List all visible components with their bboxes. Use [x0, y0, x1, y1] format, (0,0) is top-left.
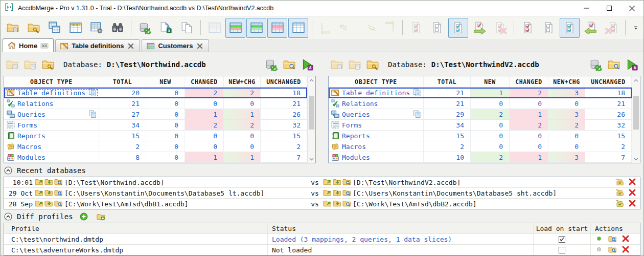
vertical-scrollbar[interactable]: [632, 76, 640, 163]
scroll-down-arrow[interactable]: [632, 155, 640, 163]
delete-profile-icon[interactable]: [622, 245, 630, 255]
check-all-left-button[interactable]: [448, 18, 468, 38]
open-with-password-button[interactable]: [24, 18, 43, 38]
uncheck-all-right-button[interactable]: [539, 18, 559, 38]
compare-pair-icon[interactable]: [615, 199, 624, 209]
close-all-tabs-icon[interactable]: [40, 41, 49, 50]
copy-to-clipboard-icon[interactable]: [88, 110, 97, 118]
row-relations[interactable]: Relations2100021: [329, 98, 632, 109]
export-to-excel-button[interactable]: X: [156, 18, 176, 38]
filter-new-and-changed-button[interactable]: [225, 18, 245, 38]
refresh-databases-button[interactable]: [135, 18, 155, 38]
row-reports[interactable]: Reports1500015: [4, 131, 307, 141]
tab-table-definitions[interactable]: Table definitions: [55, 39, 140, 52]
open-right-database-icon[interactable]: [323, 199, 331, 209]
close-button[interactable]: [620, 1, 643, 16]
data-options-button[interactable]: [86, 18, 106, 38]
scroll-down-arrow[interactable]: [308, 155, 315, 163]
apply-left-to-right-button[interactable]: [469, 18, 489, 38]
profiles-collapse-button[interactable]: [4, 212, 12, 221]
copy-to-clipboard-icon[interactable]: [413, 110, 421, 118]
browse-left-database-icon[interactable]: [54, 199, 62, 209]
search-button[interactable]: [107, 18, 127, 38]
uncheck-all-left-button[interactable]: [427, 18, 447, 38]
browse-right-database-icon[interactable]: [342, 188, 351, 198]
load-left-database-icon[interactable]: [44, 199, 53, 209]
recent-left-path[interactable]: [D:\Test\Northwind.accdb]: [64, 179, 307, 186]
open-in-access-button[interactable]: A: [300, 57, 315, 72]
scroll-up-arrow[interactable]: [632, 76, 640, 84]
row-queries[interactable]: Queries2921326: [329, 109, 632, 120]
browse-database-button[interactable]: [40, 57, 56, 72]
tab-customers[interactable]: Customers: [142, 39, 209, 52]
maximize-button[interactable]: [597, 1, 620, 16]
open-left-database-icon[interactable]: [35, 188, 43, 198]
open-right-database-icon[interactable]: [323, 188, 331, 198]
row-modules[interactable]: Modules80117: [4, 152, 307, 163]
delete-recent-icon[interactable]: [628, 188, 636, 198]
browse-database-button[interactable]: [365, 57, 380, 72]
scrollbar-thumb[interactable]: [633, 96, 639, 130]
row-reports[interactable]: Reports1500015: [329, 131, 632, 141]
open-left-database-icon[interactable]: [35, 178, 43, 187]
filter-changed-button[interactable]: [267, 18, 287, 38]
browse-profile-icon[interactable]: [608, 245, 616, 255]
row-relations[interactable]: Relations2100021: [4, 98, 307, 109]
vertical-scrollbar[interactable]: [307, 76, 315, 163]
recent-right-path[interactable]: [D:\Test\NorthwindV2.accdb]: [353, 179, 613, 186]
toolbar-overflow-button[interactable]: [630, 18, 641, 38]
tab-close-icon[interactable]: [196, 42, 204, 50]
recent-right-path[interactable]: [C:\Work\Test\AmTsd\dbB2.accdb]: [353, 200, 613, 208]
load-right-database-icon[interactable]: [333, 199, 341, 209]
marked-items-right-button[interactable]: [518, 18, 538, 38]
check-all-right-button[interactable]: [560, 18, 580, 38]
scroll-up-arrow[interactable]: [308, 76, 315, 84]
open-profile-button[interactable]: [97, 212, 105, 221]
tab-close-icon[interactable]: [127, 42, 135, 50]
row-forms[interactable]: Forms3402232: [329, 120, 632, 131]
compare-pair-icon[interactable]: [615, 188, 624, 198]
recent-right-path[interactable]: [C:\Users\Konstantin\Documents\Database5…: [353, 189, 613, 197]
browse-right-database-icon[interactable]: [342, 199, 351, 209]
recent-left-path[interactable]: [C:\Work\Test\AmTsd\dbB1.accdb]: [64, 200, 307, 208]
row-forms[interactable]: Forms3402232: [4, 120, 307, 131]
recent-left-path[interactable]: [C:\Users\Konstantin\Documents\Database5…: [64, 189, 307, 197]
row-macros[interactable]: Macros20002: [4, 141, 307, 152]
tab-home[interactable]: Home: [3, 38, 54, 52]
load-right-database-icon[interactable]: [333, 188, 341, 198]
add-profile-button[interactable]: [80, 212, 88, 221]
copy-to-clipboard-icon[interactable]: [88, 89, 97, 97]
show-in-explorer-button[interactable]: [606, 57, 622, 72]
open-in-access-button[interactable]: A: [624, 57, 639, 72]
delete-profile-icon[interactable]: [622, 234, 630, 244]
row-queries[interactable]: Queries2701126: [4, 109, 307, 120]
load-left-database-icon[interactable]: [44, 178, 53, 187]
browse-right-database-icon[interactable]: [342, 178, 351, 187]
copy-button[interactable]: [177, 18, 197, 38]
row-modules[interactable]: Modules102137: [329, 152, 632, 163]
delete-recent-icon[interactable]: [628, 199, 636, 209]
load-left-database-icon[interactable]: [44, 188, 53, 198]
row-macros[interactable]: Macros20002: [329, 141, 632, 152]
apply-right-to-left-button[interactable]: [581, 18, 601, 38]
open-database-button[interactable]: [3, 18, 22, 38]
open-right-database-icon[interactable]: [323, 178, 331, 187]
load-on-start-checkbox[interactable]: [559, 247, 565, 253]
compare-pair-icon[interactable]: [615, 178, 624, 187]
browse-left-database-icon[interactable]: [54, 188, 62, 198]
row-table-definitions[interactable]: Table definitions2112318: [329, 88, 632, 98]
filter-unchanged-button[interactable]: [288, 18, 308, 38]
recent-collapse-button[interactable]: [4, 166, 12, 175]
browse-profile-icon[interactable]: [608, 234, 616, 244]
delete-recent-icon[interactable]: [628, 178, 636, 187]
copy-to-clipboard-icon[interactable]: [413, 89, 421, 97]
table-definitions-button[interactable]: [44, 18, 64, 38]
reload-database-button[interactable]: [264, 57, 279, 72]
reload-database-button[interactable]: [588, 57, 604, 72]
row-table-definitions[interactable]: Table definitions2002218: [4, 88, 307, 98]
load-on-start-checkbox[interactable]: [559, 236, 565, 243]
open-left-database-icon[interactable]: [35, 199, 43, 209]
queries-button[interactable]: SELECT: [65, 18, 85, 38]
minimize-button[interactable]: [574, 1, 597, 16]
filter-new-button[interactable]: [246, 18, 266, 38]
